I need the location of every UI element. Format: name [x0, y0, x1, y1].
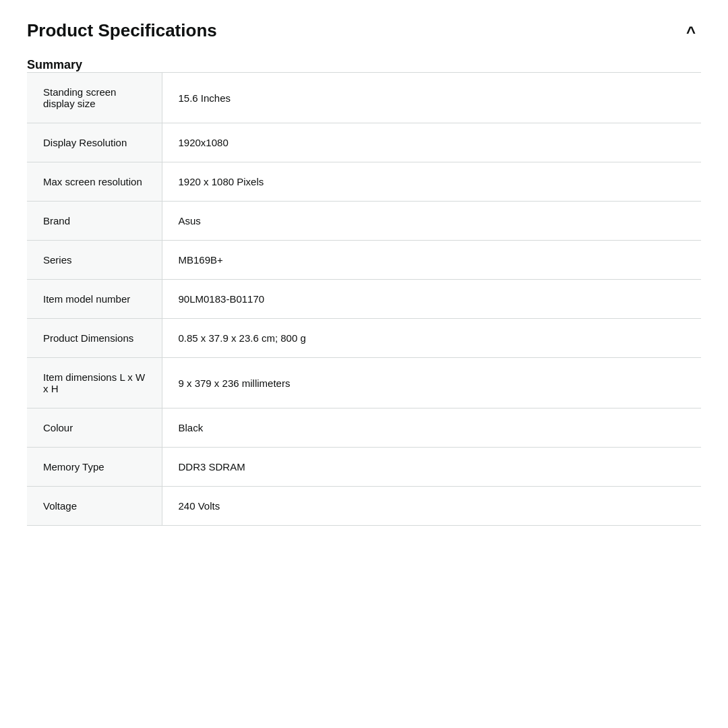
table-row: SeriesMB169B+ — [27, 241, 701, 280]
header-row: Product Specifications ^ — [27, 20, 701, 44]
table-row: Item dimensions L x W x H9 x 379 x 236 m… — [27, 358, 701, 408]
table-row: Standing screen display size15.6 Inches — [27, 73, 701, 123]
spec-label: Colour — [27, 408, 162, 448]
spec-value: 0.85 x 37.9 x 23.6 cm; 800 g — [162, 319, 701, 358]
table-row: Memory TypeDDR3 SDRAM — [27, 448, 701, 487]
spec-value: 9 x 379 x 236 millimeters — [162, 358, 701, 408]
spec-label: Standing screen display size — [27, 73, 162, 123]
page-container: Product Specifications ^ Summary Standin… — [0, 0, 728, 546]
table-row: Item model number90LM0183-B01170 — [27, 280, 701, 319]
summary-label: Summary — [27, 58, 701, 72]
spec-label: Max screen resolution — [27, 162, 162, 202]
spec-label: Brand — [27, 202, 162, 241]
table-row: Display Resolution1920x1080 — [27, 123, 701, 162]
table-row: BrandAsus — [27, 202, 701, 241]
collapse-icon[interactable]: ^ — [681, 20, 701, 44]
spec-label: Memory Type — [27, 448, 162, 487]
spec-label: Item dimensions L x W x H — [27, 358, 162, 408]
spec-label: Item model number — [27, 280, 162, 319]
spec-label: Display Resolution — [27, 123, 162, 162]
spec-value: 1920x1080 — [162, 123, 701, 162]
specs-table: Standing screen display size15.6 InchesD… — [27, 72, 701, 526]
spec-value: 240 Volts — [162, 487, 701, 526]
table-row: Voltage240 Volts — [27, 487, 701, 526]
spec-label: Series — [27, 241, 162, 280]
spec-value: Black — [162, 408, 701, 448]
spec-label: Voltage — [27, 487, 162, 526]
table-row: ColourBlack — [27, 408, 701, 448]
spec-value: 90LM0183-B01170 — [162, 280, 701, 319]
spec-value: 1920 x 1080 Pixels — [162, 162, 701, 202]
table-row: Product Dimensions0.85 x 37.9 x 23.6 cm;… — [27, 319, 701, 358]
table-row: Max screen resolution1920 x 1080 Pixels — [27, 162, 701, 202]
spec-value: DDR3 SDRAM — [162, 448, 701, 487]
spec-value: MB169B+ — [162, 241, 701, 280]
spec-value: 15.6 Inches — [162, 73, 701, 123]
spec-value: Asus — [162, 202, 701, 241]
spec-label: Product Dimensions — [27, 319, 162, 358]
page-title: Product Specifications — [27, 20, 217, 41]
